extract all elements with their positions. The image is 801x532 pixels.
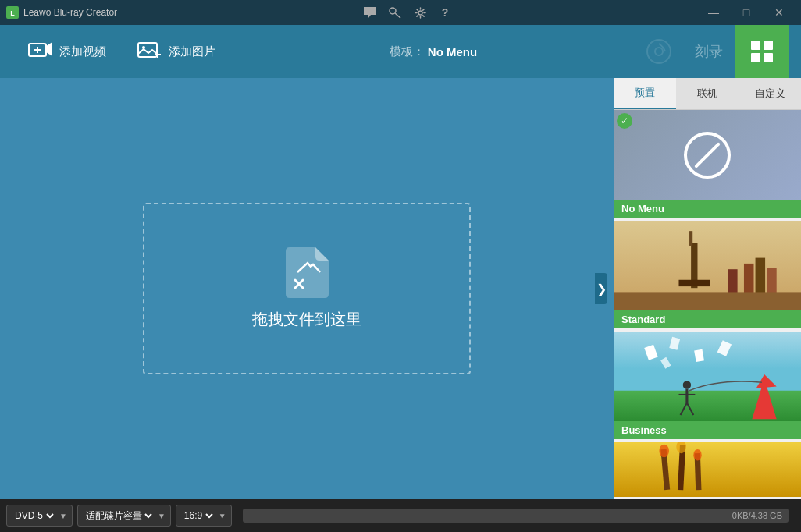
svg-rect-24 — [756, 258, 766, 296]
fit-option-chevron: ▼ — [158, 512, 166, 520]
template-card-business[interactable]: Business — [614, 332, 801, 439]
svg-rect-25 — [767, 268, 777, 296]
add-image-button[interactable]: 添加图片 — [122, 31, 231, 72]
svg-marker-6 — [46, 42, 52, 56]
disc-type-dropdown[interactable]: DVD-5 DVD-9 BD-25 BD-50 — [12, 509, 56, 522]
selected-checkmark: ✓ — [617, 113, 632, 129]
standard-label: Standard — [614, 310, 801, 328]
chat-icon[interactable] — [359, 2, 381, 23]
aspect-ratio-select[interactable]: 16:9 4:3 ▼ — [176, 505, 232, 527]
aspect-ratio-dropdown[interactable]: 16:9 4:3 — [181, 509, 215, 522]
titlebar: L Leawo Blu-ray Creator ? — □ ✕ — [0, 0, 801, 25]
minimize-button[interactable]: — — [698, 0, 729, 25]
help-icon[interactable]: ? — [434, 2, 456, 23]
close-button[interactable]: ✕ — [764, 0, 795, 25]
window-controls: — □ ✕ — [698, 0, 795, 25]
progress-text: 0KB/4.38 GB — [732, 511, 782, 520]
add-image-label: 添加图片 — [169, 44, 215, 59]
svg-point-35 — [683, 381, 691, 388]
burn-disc-icon[interactable] — [635, 25, 682, 78]
record-button[interactable] — [735, 25, 789, 78]
business-thumbnail — [614, 332, 801, 421]
business-label: Business — [614, 421, 801, 439]
no-menu-label: No Menu — [614, 200, 801, 218]
svg-line-3 — [395, 13, 400, 18]
add-video-label: 添加视频 — [59, 44, 106, 59]
app-icon: L — [6, 6, 19, 19]
svg-rect-21 — [678, 280, 710, 286]
dropzone-area: 拖拽文件到这里 — [0, 78, 614, 499]
progress-bar-container: 0KB/4.38 GB — [243, 509, 789, 523]
tab-preset[interactable]: 预置 — [614, 78, 676, 109]
add-video-icon — [28, 39, 53, 64]
svg-rect-23 — [744, 264, 754, 296]
svg-rect-18 — [764, 53, 773, 62]
svg-point-2 — [390, 8, 396, 14]
burn-label[interactable]: 刻录 — [682, 42, 735, 61]
key-icon[interactable] — [384, 2, 406, 23]
drop-file-icon — [286, 247, 329, 298]
panel-expand-arrow[interactable]: ❯ — [595, 273, 607, 304]
add-image-icon — [137, 39, 162, 64]
svg-point-13 — [647, 40, 671, 63]
toolbar: 添加视频 添加图片 模板： No Menu 刻录 — [0, 25, 801, 78]
tab-custom[interactable]: 自定义 — [739, 78, 801, 109]
fit-option-select[interactable]: 适配碟片容量 不压缩 ▼ — [77, 505, 171, 527]
fourth-thumbnail — [614, 442, 801, 497]
disc-type-select[interactable]: DVD-5 DVD-9 BD-25 BD-50 ▼ — [6, 505, 73, 527]
svg-rect-27 — [614, 292, 801, 310]
standard-thumbnail — [614, 221, 801, 310]
template-card-standard[interactable]: Standard — [614, 221, 801, 328]
no-menu-thumbnail: ✓ — [614, 110, 801, 200]
svg-point-46 — [659, 445, 669, 458]
toolbar-right-actions: 刻录 — [635, 25, 789, 78]
bottombar: DVD-5 DVD-9 BD-25 BD-50 ▼ 适配碟片容量 不压缩 ▼ 1… — [0, 499, 801, 532]
dropzone[interactable]: 拖拽文件到这里 — [143, 203, 471, 374]
svg-rect-17 — [751, 53, 760, 62]
main-area: 拖拽文件到这里 ❯ 预置 联机 自定义 ✓ No Menu — [0, 78, 801, 499]
svg-rect-42 — [614, 442, 801, 497]
dropzone-text: 拖拽文件到这里 — [252, 309, 361, 330]
panel-content: ✓ No Menu — [614, 110, 801, 499]
template-card-no-menu[interactable]: ✓ No Menu — [614, 110, 801, 218]
svg-rect-16 — [764, 41, 773, 50]
tab-connect[interactable]: 联机 — [676, 78, 739, 109]
disc-type-chevron: ▼ — [59, 512, 67, 520]
svg-rect-9 — [138, 43, 157, 57]
panel-tabs: 预置 联机 自定义 — [614, 78, 801, 110]
no-menu-circle-icon — [684, 132, 731, 179]
svg-rect-22 — [689, 231, 692, 246]
app-title: Leawo Blu-ray Creator — [23, 7, 117, 18]
titlebar-left: L Leawo Blu-ray Creator — [6, 6, 117, 19]
aspect-ratio-chevron: ▼ — [219, 512, 226, 520]
template-prefix: 模板： — [390, 44, 425, 59]
fit-option-dropdown[interactable]: 适配碟片容量 不压缩 — [83, 509, 155, 522]
template-card-fourth[interactable] — [614, 442, 801, 497]
add-video-button[interactable]: 添加视频 — [12, 31, 122, 72]
svg-point-48 — [693, 449, 701, 461]
gear-icon[interactable] — [409, 2, 431, 23]
svg-text:L: L — [10, 9, 15, 17]
svg-rect-15 — [751, 41, 760, 50]
svg-point-4 — [418, 11, 422, 15]
template-value: No Menu — [428, 45, 477, 59]
chevron-right-icon: ❯ — [596, 282, 607, 296]
maximize-button[interactable]: □ — [731, 0, 762, 25]
template-panel: 预置 联机 自定义 ✓ No Menu — [614, 78, 801, 499]
